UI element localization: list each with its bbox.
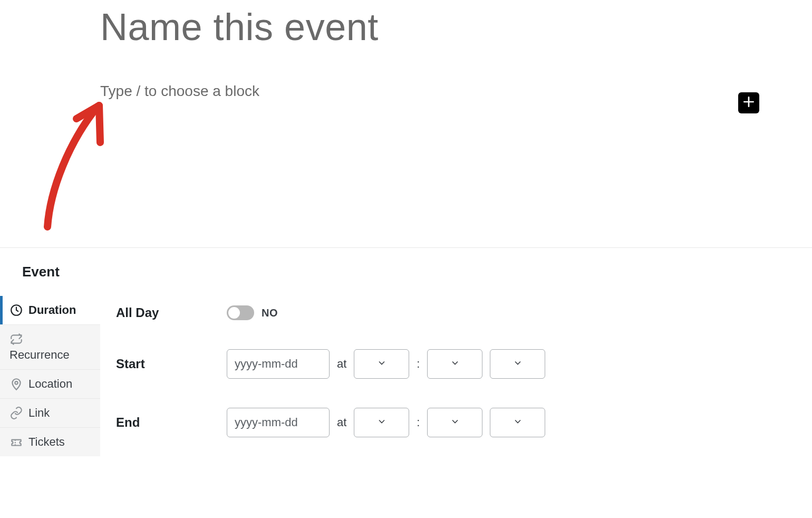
event-tabs: Duration Recurrence Location Link	[0, 296, 100, 466]
time-colon: :	[417, 416, 420, 429]
at-label: at	[337, 357, 346, 371]
tab-label: Link	[28, 406, 50, 420]
tab-link[interactable]: Link	[0, 398, 100, 427]
end-date-input[interactable]	[227, 408, 330, 437]
svg-point-1	[15, 381, 17, 384]
chevron-down-icon	[513, 416, 523, 429]
toggle-knob	[228, 307, 240, 319]
editor-canvas: Name this event Type / to choose a block	[0, 0, 812, 248]
start-label: Start	[116, 357, 227, 371]
start-hour-select[interactable]	[354, 349, 409, 379]
link-icon	[9, 406, 23, 420]
tab-recurrence[interactable]: Recurrence	[0, 324, 100, 369]
end-ampm-select[interactable]	[490, 408, 545, 437]
clock-icon	[9, 303, 23, 317]
end-hour-select[interactable]	[354, 408, 409, 437]
chevron-down-icon	[513, 358, 523, 370]
allday-value: NO	[262, 307, 278, 319]
panel-title: Event	[22, 264, 812, 280]
chevron-down-icon	[376, 358, 387, 370]
repeat-icon	[9, 332, 23, 346]
tab-label: Recurrence	[9, 348, 91, 362]
tab-duration[interactable]: Duration	[0, 296, 100, 324]
plus-icon	[742, 95, 756, 111]
start-row: Start at :	[116, 349, 812, 379]
chevron-down-icon	[376, 416, 387, 429]
duration-form: All Day NO Start at :	[100, 296, 812, 466]
start-ampm-select[interactable]	[490, 349, 545, 379]
at-label: at	[337, 416, 346, 429]
event-panel: Event Duration Recurrence Location	[0, 248, 812, 466]
allday-toggle[interactable]	[227, 305, 254, 320]
block-row: Type / to choose a block	[100, 83, 765, 100]
start-date-input[interactable]	[227, 349, 330, 379]
panel-body: Duration Recurrence Location Link	[22, 296, 812, 466]
chevron-down-icon	[450, 358, 460, 370]
end-label: End	[116, 415, 227, 430]
allday-label: All Day	[116, 305, 227, 320]
tab-label: Duration	[28, 303, 76, 317]
ticket-icon	[9, 435, 23, 449]
pin-icon	[9, 377, 23, 391]
tab-label: Location	[28, 377, 72, 391]
end-minute-select[interactable]	[427, 408, 482, 437]
allday-row: All Day NO	[116, 305, 812, 320]
end-row: End at :	[116, 408, 812, 437]
tab-tickets[interactable]: Tickets	[0, 427, 100, 456]
tab-label: Tickets	[28, 435, 65, 449]
start-minute-select[interactable]	[427, 349, 482, 379]
add-block-button[interactable]	[738, 92, 759, 113]
block-placeholder[interactable]: Type / to choose a block	[100, 83, 765, 100]
chevron-down-icon	[450, 416, 460, 429]
event-title-input[interactable]: Name this event	[100, 5, 575, 49]
tab-location[interactable]: Location	[0, 369, 100, 398]
time-colon: :	[417, 357, 420, 371]
annotation-arrow	[32, 95, 116, 232]
